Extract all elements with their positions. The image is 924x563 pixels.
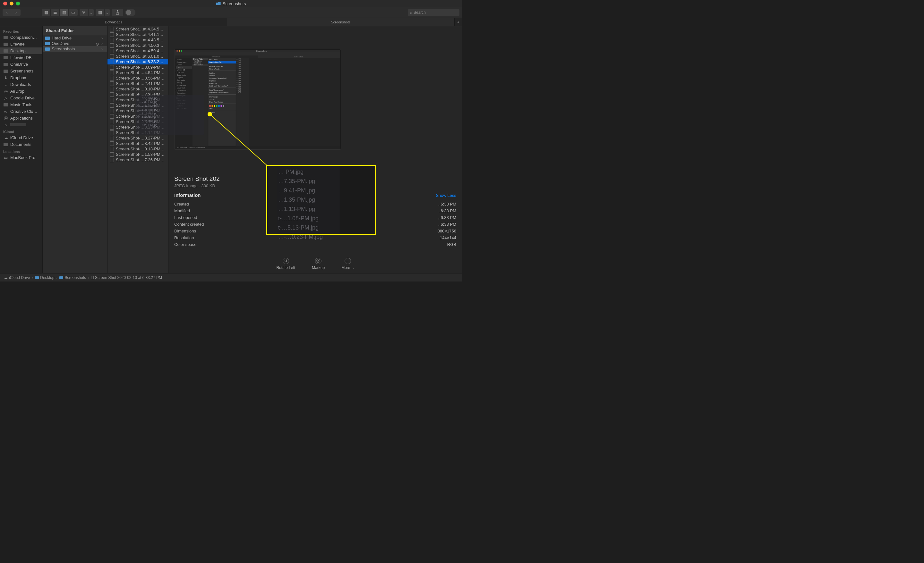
file-icon <box>91 276 94 279</box>
file-icon <box>110 158 114 162</box>
info-value: , 6:33 PM <box>438 202 456 207</box>
file-row[interactable]: Screen-Shot-…7.36-PM.jpg <box>108 157 168 163</box>
file-row[interactable]: Screen Shot…at 4.34.54 PM <box>108 26 168 32</box>
file-icon <box>110 54 114 59</box>
back-button[interactable]: ‹ <box>3 9 12 16</box>
share-icon <box>116 10 119 15</box>
callout-dot <box>208 112 212 116</box>
sidebar-item-macbook-pro[interactable]: ▭MacBook Pro <box>0 154 42 161</box>
file-name: Screen-Shot-…8.42-PM.jpg <box>116 141 165 146</box>
sidebar-item-comparison[interactable]: Comparison… <box>0 34 42 41</box>
file-row[interactable]: Screen Shot…at 4.41.19 PM <box>108 32 168 37</box>
sidebar-item-dropbox[interactable]: Dropbox <box>0 74 42 81</box>
file-icon <box>110 103 114 108</box>
rotate-left-button[interactable]: ↺ Rotate Left <box>276 258 295 270</box>
show-less-button[interactable]: Show Less <box>436 193 456 198</box>
folder-icon <box>45 37 50 40</box>
file-row[interactable]: Screen-Shot-…0.13-PM.jpg <box>108 146 168 152</box>
tags-button[interactable] <box>125 9 135 16</box>
sidebar-item-airdrop[interactable]: ◎AirDrop <box>0 88 42 94</box>
file-row[interactable]: Screen Shot…at 4.43.56 PM <box>108 37 168 43</box>
minimize-window-button[interactable] <box>10 1 14 6</box>
file-name: Screen Shot…at 4.41.19 PM <box>116 32 165 37</box>
window-title: Screenshots <box>216 1 246 6</box>
share-button[interactable] <box>112 9 123 16</box>
sidebar-item-documents[interactable]: Documents <box>0 141 42 148</box>
file-name: Screen-Shot-…1.58-PM.jpg <box>116 152 165 157</box>
column-1: Shared Folder Hard Drive› OneDrive⊘› Scr… <box>43 26 108 273</box>
file-icon <box>110 92 114 97</box>
file-icon <box>110 114 114 118</box>
search-input[interactable]: ⌕ Search <box>408 9 459 16</box>
icloud-icon: ☁ <box>3 136 8 140</box>
maximize-window-button[interactable] <box>16 1 20 6</box>
file-row[interactable]: Screen-Shot-…4.54-PM.jpg <box>108 70 168 75</box>
sidebar-item-lifewire-db[interactable]: Lifewire DB <box>0 54 42 61</box>
rotate-icon: ↺ <box>283 258 289 264</box>
sidebar-item-home[interactable]: ⌂ <box>0 121 42 128</box>
icloud-icon: ☁ <box>4 276 8 280</box>
col1-hard-drive[interactable]: Hard Drive› <box>43 35 107 41</box>
view-icons-button[interactable]: ▦ <box>42 9 51 16</box>
new-tab-button[interactable]: + <box>454 18 462 26</box>
file-row[interactable]: Screen-Shot-…2.41-PM.jpg <box>108 81 168 86</box>
info-label: Modified <box>174 208 190 213</box>
tab-downloads[interactable]: Downloads <box>0 18 227 26</box>
close-window-button[interactable] <box>3 1 7 6</box>
tab-screenshots[interactable]: Screenshots <box>227 18 454 26</box>
arrange-dropdown[interactable]: ⌵ <box>105 9 110 16</box>
action-menu-dropdown[interactable]: ⌵ <box>88 9 94 16</box>
info-row: Color spaceRGB <box>174 241 456 248</box>
sidebar-item-applications[interactable]: ⒶApplications <box>0 115 42 121</box>
path-icloud-drive[interactable]: ☁iCloud Drive <box>4 276 30 280</box>
column-2: Screen Shot…at 4.34.54 PMScreen Shot…at … <box>108 26 168 273</box>
view-gallery-button[interactable]: ▭ <box>69 9 78 16</box>
file-row[interactable]: Screen-Shot-…3.09-PM.jpg <box>108 64 168 70</box>
preview-file-meta: JPEG image - 300 KB <box>174 183 215 188</box>
arrange-group: ▦ ⌵ <box>96 9 110 16</box>
markup-button[interactable]: Ⓐ Markup <box>312 258 325 270</box>
file-icon <box>110 98 114 102</box>
view-columns-button[interactable]: ▥ <box>60 9 69 16</box>
more-button[interactable]: ⋯ More… <box>341 258 354 270</box>
sidebar-item-creative-cloud[interactable]: ∞Creative Clo… <box>0 108 42 115</box>
view-list-button[interactable]: ☰ <box>51 9 60 16</box>
file-row[interactable]: Screen Shot…at 4.59.41 PM <box>108 48 168 54</box>
sidebar-item-onedrive[interactable]: OneDrive <box>0 61 42 67</box>
sidebar-item-movie-tools[interactable]: Movie Tools <box>0 101 42 108</box>
sidebar-item-downloads[interactable]: ⤓Downloads <box>0 81 42 88</box>
forward-button[interactable]: › <box>12 9 21 16</box>
file-row[interactable]: Screen Shot…at 6.01.08 PM <box>108 54 168 59</box>
info-value: RGB <box>447 242 456 247</box>
file-row[interactable]: Screen-Shot-…0.10-PM.jpg <box>108 86 168 92</box>
file-row[interactable]: Screen-Shot-…8.42-PM.jpg <box>108 141 168 146</box>
file-row[interactable]: Screen-Shot-…1.58-PM.jpg <box>108 152 168 157</box>
arrange-button[interactable]: ▦ <box>96 9 105 16</box>
file-row[interactable]: Screen-Shot-…3.56-PM.jpg <box>108 75 168 81</box>
path-desktop[interactable]: Desktop <box>35 276 54 280</box>
info-label: Content created <box>174 222 204 227</box>
file-name: Screen Shot…at 6.33.27 PM <box>116 59 165 64</box>
home-icon: ⌂ <box>3 123 8 127</box>
sidebar-item-icloud-drive[interactable]: ☁iCloud Drive <box>0 134 42 141</box>
window-title-text: Screenshots <box>223 1 246 6</box>
path-current-file[interactable]: Screen Shot 2020-02-10 at 6.33.27 PM <box>91 276 162 280</box>
airdrop-icon: ◎ <box>3 89 8 94</box>
sidebar-item-desktop[interactable]: Desktop <box>0 48 42 54</box>
dropbox-icon <box>3 76 8 80</box>
sidebar-item-google-drive[interactable]: △Google Drive <box>0 94 42 101</box>
file-row[interactable]: Screen-Shot-…3.27-PM.jpg <box>108 135 168 141</box>
col1-onedrive[interactable]: OneDrive⊘› <box>43 41 107 46</box>
tab-strip: Downloads Screenshots + <box>0 18 462 26</box>
action-menu-button[interactable]: ✻ <box>80 9 88 16</box>
file-row[interactable]: Screen Shot…at 6.33.27 PM <box>108 59 168 64</box>
info-value: , 6:33 PM <box>438 215 456 220</box>
sidebar-item-lifewire[interactable]: Lifewire <box>0 41 42 48</box>
col1-screenshots[interactable]: Screenshots› <box>43 46 107 52</box>
sidebar-item-screenshots[interactable]: Screenshots <box>0 67 42 74</box>
file-row[interactable]: Screen Shot…at 4.50.32 PM <box>108 43 168 48</box>
path-screenshots[interactable]: Screenshots <box>59 276 86 280</box>
file-icon <box>110 109 114 113</box>
file-icon <box>110 60 114 64</box>
toolbar: ‹ › ▦ ☰ ▥ ▭ ✻ ⌵ ▦ ⌵ ⌕ Search <box>0 7 462 18</box>
